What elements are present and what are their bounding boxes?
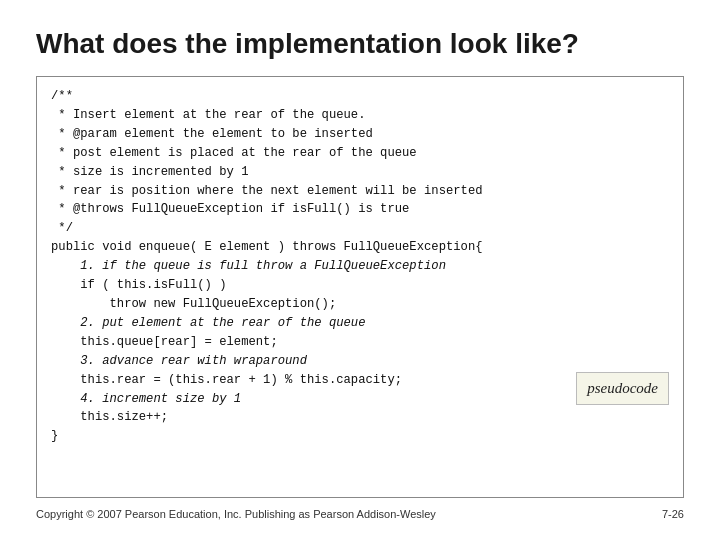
code-line: /** * Insert element at the rear of the … [51, 89, 483, 443]
slide: What does the implementation look like? … [0, 0, 720, 540]
code-box: /** * Insert element at the rear of the … [36, 76, 684, 498]
footer-copyright: Copyright © 2007 Pearson Education, Inc.… [36, 508, 436, 520]
footer: Copyright © 2007 Pearson Education, Inc.… [36, 508, 684, 520]
pseudocode-label: pseudocode [576, 372, 669, 405]
slide-title: What does the implementation look like? [36, 28, 684, 60]
footer-slide-number: 7-26 [662, 508, 684, 520]
